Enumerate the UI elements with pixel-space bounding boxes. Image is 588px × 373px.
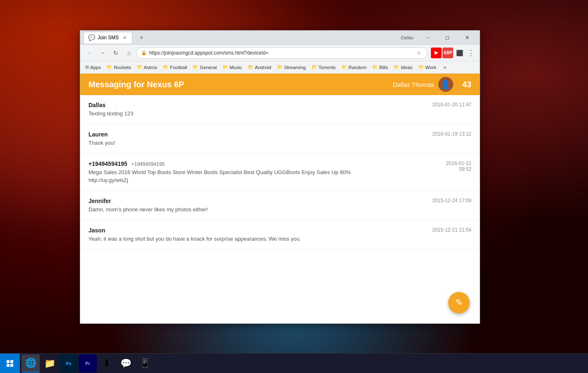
message-time: 2016-01-12 09:52: [446, 160, 471, 172]
taskbar-icons: 🌐 📁 Ps Pr ⬇ 💬 📱: [20, 354, 155, 373]
bookmark-football-label: Football: [170, 65, 187, 70]
general-folder-icon: 📁: [193, 65, 198, 70]
user-info: Dallas Thomas 👤 43: [393, 77, 471, 92]
work-folder-icon: 📁: [418, 65, 424, 70]
astros-folder-icon: 📁: [137, 65, 143, 70]
phone-secondary: +19494594195: [131, 161, 165, 167]
message-time: 2016-01-19 13:12: [432, 131, 471, 137]
user-name: Dallas Thomas: [393, 81, 434, 88]
compose-fab-button[interactable]: ✎: [448, 292, 470, 313]
rockets-folder-icon: 📁: [107, 65, 112, 70]
taskbar: 🌐 📁 Ps Pr ⬇ 💬 📱: [0, 353, 588, 373]
message-item[interactable]: Dallas Texting texting 123 2016-01-20 11…: [80, 95, 480, 124]
ideas-folder-icon: 📁: [394, 65, 399, 70]
back-button[interactable]: ←: [84, 47, 95, 59]
taskbar-chrome-icon[interactable]: 🌐: [22, 354, 40, 373]
bookmark-streaming-label: Streaming: [284, 65, 306, 70]
bookmark-work-label: Work: [425, 65, 437, 70]
message-sender: Dallas: [88, 102, 471, 108]
bookmark-football[interactable]: 📁 Football: [160, 63, 189, 72]
message-sender: +19494594195 +19494594195: [88, 160, 471, 167]
taskbar-utorrent-icon[interactable]: ⬇: [98, 354, 116, 373]
message-item[interactable]: Lauren Thank you! 2016-01-19 13:12: [80, 124, 480, 154]
bookmark-apps-label: Apps: [90, 65, 101, 70]
music-folder-icon: 📁: [222, 65, 228, 70]
tab-title: Join SMS: [98, 35, 119, 41]
bookmark-rockets-label: Rockets: [114, 65, 131, 70]
streaming-folder-icon: 📁: [277, 65, 283, 70]
minimize-button[interactable]: −: [418, 32, 437, 43]
message-sender: Lauren: [88, 131, 471, 138]
bookmark-astros[interactable]: 📁 Astros: [134, 63, 160, 72]
bookmark-apps[interactable]: ⊞ Apps: [83, 63, 103, 72]
bookmark-streaming[interactable]: 📁 Streaming: [275, 63, 308, 72]
bookmark-star-icon[interactable]: ☆: [415, 49, 423, 57]
bookmark-random-label: Random: [349, 65, 366, 70]
avatar: 👤: [438, 77, 453, 92]
url-box[interactable]: 🔒 https://joinjoaomgcd.appspot.com/sms.h…: [136, 47, 428, 59]
more-bookmarks-button[interactable]: »: [440, 63, 449, 72]
close-button[interactable]: ✕: [458, 32, 476, 43]
address-bar: ← → ↻ ⌂ 🔒 https://joinjoaomgcd.appspot.c…: [80, 45, 480, 61]
bookmark-rockets[interactable]: 📁 Rockets: [104, 63, 134, 72]
maximize-button[interactable]: ◻: [438, 32, 457, 43]
tab-close-button[interactable]: ✕: [121, 34, 128, 41]
new-tab-button[interactable]: +: [136, 32, 147, 43]
bookmark-general[interactable]: 📁 General: [190, 63, 219, 72]
app-content: Messaging for Nexus 6P Dallas Thomas 👤 4…: [80, 74, 480, 323]
bookmark-random[interactable]: 📁 Random: [339, 63, 369, 72]
adblock-ext-icon[interactable]: ABP: [442, 48, 453, 58]
message-preview: Thank you!: [88, 139, 471, 147]
forward-button[interactable]: →: [97, 47, 108, 59]
start-button[interactable]: [0, 354, 20, 373]
bookmark-ideas-label: Ideas: [401, 65, 412, 70]
tab-favicon: 💬: [88, 34, 95, 41]
message-item[interactable]: +19494594195 +19494594195 Mega Sales 201…: [80, 154, 480, 191]
messages-list: Dallas Texting texting 123 2016-01-20 11…: [80, 95, 480, 323]
taskbar-hangouts-icon[interactable]: 💬: [117, 354, 135, 373]
message-preview: Texting texting 123: [88, 110, 471, 117]
bookmark-work[interactable]: 📁 Work: [416, 63, 439, 72]
apps-bookmark-icon: ⊞: [85, 65, 89, 70]
bookmark-torrents-label: Torrents: [318, 65, 336, 70]
browser-window: 💬 Join SMS ✕ + Dallas − ◻ ✕ ← → ↻ ⌂ 🔒 ht…: [80, 30, 480, 324]
message-time: 2015-12-24 17:09: [432, 198, 471, 203]
menu-button[interactable]: ⋮: [466, 48, 476, 58]
bookmark-bills-label: Bills: [379, 65, 388, 70]
bookmark-music[interactable]: 📁 Music: [220, 63, 244, 72]
title-bar: 💬 Join SMS ✕ + Dallas − ◻ ✕: [80, 31, 480, 45]
taskbar-premiere-icon[interactable]: Pr: [79, 354, 97, 373]
url-text: https://joinjoaomgcd.appspot.com/sms.htm…: [149, 50, 412, 56]
bookmark-music-label: Music: [229, 65, 242, 70]
message-sender: Jennifer: [88, 198, 471, 204]
browser-tab[interactable]: 💬 Join SMS ✕: [84, 32, 132, 43]
reload-button[interactable]: ↻: [110, 47, 122, 59]
message-item[interactable]: Jennifer Damn, mom's phone never likes m…: [80, 191, 480, 220]
random-folder-icon: 📁: [342, 65, 347, 70]
bookmark-ideas[interactable]: 📁 Ideas: [391, 63, 415, 72]
message-item[interactable]: Jason Yeah; it was a long shot but you d…: [80, 220, 480, 250]
home-button[interactable]: ⌂: [123, 47, 135, 59]
bookmark-android[interactable]: 📁 Android: [245, 63, 274, 72]
message-count: 43: [462, 80, 471, 89]
youtube-ext-icon[interactable]: ▶: [431, 48, 442, 58]
windows-logo-icon: [7, 360, 13, 367]
taskbar-explorer-icon[interactable]: 📁: [41, 354, 59, 373]
url-actions: ☆: [415, 49, 423, 57]
torrents-folder-icon: 📁: [311, 65, 317, 70]
message-time: 2016-01-20 11:47: [432, 102, 471, 108]
message-preview: Mega Sales 2016 World Top Boots Store Wi…: [88, 169, 471, 184]
taskbar-photoshop-icon[interactable]: Ps: [60, 354, 78, 373]
bookmark-general-label: General: [200, 65, 217, 70]
app-header: Messaging for Nexus 6P Dallas Thomas 👤 4…: [80, 74, 480, 95]
bookmark-android-label: Android: [255, 65, 271, 70]
message-time: 2015-12-21 21:54: [432, 227, 471, 233]
extension-icons: ▶ ABP ⬛ ⋮: [431, 48, 476, 58]
message-sender: Jason: [88, 227, 471, 234]
bookmark-bills[interactable]: 📁 Bills: [370, 63, 390, 72]
bookmark-torrents[interactable]: 📁 Torrents: [309, 63, 338, 72]
cast-ext-icon[interactable]: ⬛: [454, 48, 465, 58]
taskbar-app-icon[interactable]: 📱: [136, 354, 154, 373]
bookmark-astros-label: Astros: [144, 65, 158, 70]
message-preview: Damn, mom's phone never likes my photos …: [88, 206, 471, 213]
